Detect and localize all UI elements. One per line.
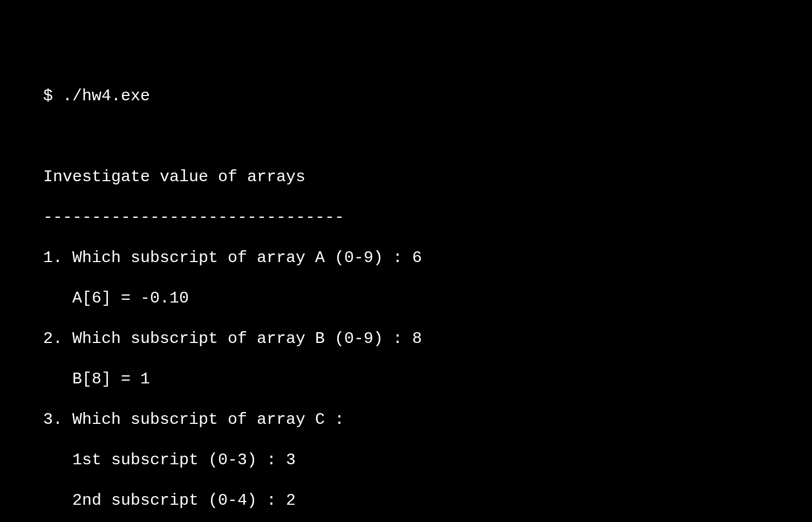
section1-divider: ------------------------------- [43,208,812,228]
prompt-command-line: $ ./hw4.exe [43,86,812,107]
section1-line3c: 2nd subscript (0-4) : 2 [43,491,812,511]
section1-line2b: B[8] = 1 [43,369,812,390]
section1-title: Investigate value of arrays [43,167,812,188]
section1-line1b: A[6] = -0.10 [43,289,812,309]
section1-line1: 1. Which subscript of array A (0-9) : 6 [43,248,812,269]
section1-line3b: 1st subscript (0-3) : 3 [43,450,812,471]
section1-line3: 3. Which subscript of array C : [43,410,812,430]
terminal-output: $ ./hw4.exe Investigate value of arrays … [43,86,812,522]
section1-line2: 2. Which subscript of array B (0-9) : 8 [43,329,812,349]
